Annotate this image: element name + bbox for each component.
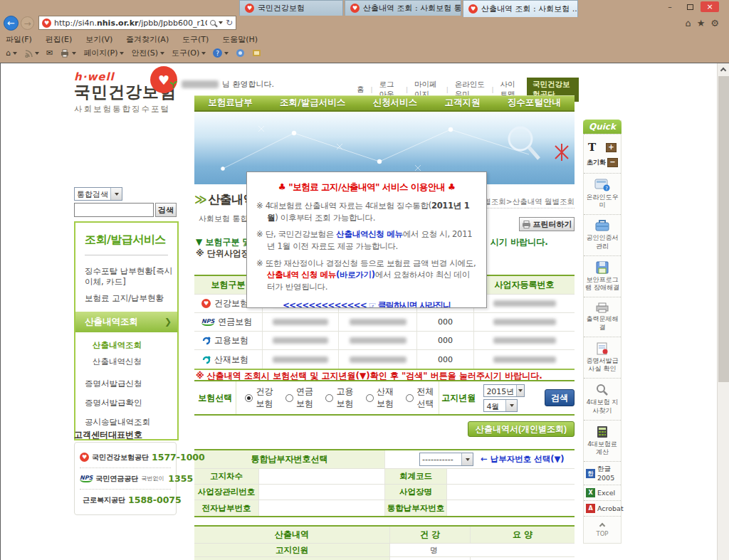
table-row: 전자납부번호 통합납부자번호	[194, 500, 575, 516]
menu-favorites[interactable]: 즐겨찾기(A)	[126, 35, 169, 44]
radio-accident[interactable]: 산재보험	[366, 386, 398, 410]
radio-icon	[406, 394, 414, 402]
sidebar-item-cert-confirm[interactable]: 증명서발급확인	[75, 395, 177, 411]
logo-subtitle: 사회보험통합징수포털	[74, 104, 195, 115]
scrollbar-thumb[interactable]	[718, 76, 729, 382]
quick-top-button[interactable]: TOP	[584, 516, 621, 542]
url-text[interactable]: http://si4n.nhis.or.kr/jpbb/Jpbb600_r1Cm…	[54, 19, 207, 28]
rss-icon[interactable]	[24, 49, 39, 58]
home-icon[interactable]: ⌂	[685, 18, 691, 28]
maximize-button[interactable]	[681, 1, 699, 12]
sidebar-item-calculation-active[interactable]: 산출내역조회 ❯	[75, 312, 177, 332]
quick-premium-calculator[interactable]: 4대보험료 계산	[584, 420, 621, 462]
table-row: 고지인원 명	[194, 544, 575, 557]
quick-branch-finder[interactable]: 4대보험 지사찾기	[584, 378, 621, 420]
tools-command[interactable]: 도구(O)	[172, 48, 206, 58]
year-select[interactable]: 2015년	[483, 384, 525, 397]
quick-certificate-mgmt[interactable]: 공인인증서관리	[584, 214, 621, 255]
settings-gear-icon[interactable]: ⚙	[710, 18, 719, 28]
month-select[interactable]: 4월	[483, 399, 518, 412]
quick-excel-viewer[interactable]: X Excel	[584, 485, 621, 500]
menu-edit[interactable]: 편집(E)	[46, 35, 73, 44]
activex-icon[interactable]	[252, 48, 261, 58]
help-icon[interactable]: ?	[213, 48, 229, 58]
radio-all[interactable]: 전체선택	[406, 386, 438, 410]
calculation-request-menu-link[interactable]: 산출내역신청 메뉴	[336, 229, 402, 239]
safety-command[interactable]: 안전(S)	[131, 48, 164, 58]
sidebar-item-cert-request[interactable]: 증명서발급신청	[75, 376, 177, 392]
nav-portal-guide[interactable]: 징수포털안내	[508, 97, 561, 109]
sidebar-item-notice-payment[interactable]: 보험료 고지/납부현황	[75, 290, 177, 307]
nav-support[interactable]: 고객지원	[444, 97, 480, 109]
font-decrease-button[interactable]: −	[607, 158, 618, 167]
vertical-scrollbar[interactable]	[717, 63, 729, 560]
sidebar-item-public-notice[interactable]: 공시송달내역조회	[75, 414, 177, 430]
quick-print-troubleshoot[interactable]: 출력문제해결	[584, 297, 621, 337]
org-name: 국민건강보험공단	[92, 453, 149, 463]
font-increase-button[interactable]: +	[606, 143, 617, 152]
favorites-star-icon[interactable]: ★	[697, 18, 706, 28]
print-icon[interactable]	[60, 49, 76, 58]
nav-apply[interactable]: 신청서비스	[373, 97, 418, 109]
shortcut-link[interactable]: (바로가기)	[336, 270, 375, 280]
url-dropdown-icon[interactable]	[219, 21, 223, 24]
redacted-value	[493, 319, 556, 325]
font-reset-label: 초기화	[587, 159, 606, 167]
label-workplace-name: 사업장명	[385, 485, 447, 500]
sidebar-search-input[interactable]	[74, 203, 154, 217]
quick-online-helper[interactable]: ? 온라인도우미	[584, 173, 621, 215]
quick-acrobat-viewer[interactable]: A Acrobat	[584, 500, 621, 516]
close-button[interactable]: ×	[701, 1, 719, 12]
minimize-button[interactable]: –	[661, 1, 679, 12]
tab-title: 산출내역 조회 : 사회보험 ...	[481, 4, 578, 14]
menu-help[interactable]: 도움말(H)	[222, 35, 258, 44]
phone-number: 1588-0075	[128, 495, 182, 505]
sidebar-sub-calculation-request[interactable]: 산출내역신청	[75, 354, 177, 370]
sidebar-search-button[interactable]: 검색	[155, 203, 177, 217]
nav-inquiry-issue[interactable]: 조회/발급서비스	[280, 97, 345, 109]
browser-choice-icon[interactable]	[236, 48, 245, 58]
radio-health[interactable]: 건강보험	[245, 386, 277, 410]
menu-view[interactable]: 보기(V)	[85, 35, 112, 44]
radio-checked-icon	[245, 394, 253, 402]
radio-pension[interactable]: 연금보험	[285, 386, 318, 410]
value-notified-persons: 명	[390, 544, 575, 556]
menu-tools[interactable]: 도구(T)	[182, 35, 209, 44]
util-home-link[interactable]: 홈	[357, 85, 364, 95]
chevron-up-icon	[720, 68, 726, 73]
personal-detail-button[interactable]: 산출내역서(개인별조회)	[468, 421, 575, 437]
tab-favicon: ♥	[468, 4, 478, 14]
nav-payment[interactable]: 보험료납부	[208, 97, 253, 109]
radio-employment[interactable]: 고용보험	[325, 386, 357, 410]
sidebar-item-payment-status[interactable]: 징수포탈 납부현황[즉시이체, 카드]	[75, 263, 177, 290]
refresh-icon[interactable]: ↻	[226, 18, 233, 28]
back-button[interactable]: ←	[4, 16, 19, 31]
quick-cert-issue-check[interactable]: 증명서발급사실 확인	[584, 337, 621, 379]
search-submit-button[interactable]: 검색	[545, 389, 575, 406]
quick-hangul-viewer[interactable]: 한 한글2005	[584, 461, 621, 485]
mail-icon[interactable]: ✉	[46, 48, 53, 58]
font-size-label: T	[588, 141, 596, 154]
address-bar[interactable]: ♥ http://si4n.nhis.or.kr/jpbb/Jpbb600_r1…	[38, 16, 236, 30]
sidebar-sub-calculation-view[interactable]: 산출내역조회	[75, 337, 177, 354]
printer-glyph	[60, 49, 70, 58]
tab-1[interactable]: ♥ 국민건강보험	[239, 0, 343, 16]
payer-number-select[interactable]: -----------	[419, 453, 473, 466]
tab-3-active[interactable]: ♥ 산출내역 조회 : 사회보험 ... ×	[463, 0, 578, 17]
print-page-button[interactable]: 프린터하기	[519, 217, 575, 231]
tab-2[interactable]: ♥ 산출내역 조회 : 사회보험 통합...	[345, 0, 461, 16]
chevron-right-icon: ❯	[164, 317, 172, 327]
scroll-up-button[interactable]	[718, 63, 729, 75]
page-command[interactable]: 페이지(P)	[83, 48, 124, 58]
tab-favicon: ♥	[245, 4, 254, 13]
search-icon[interactable]	[210, 20, 216, 26]
phone-number: 1355	[168, 473, 193, 484]
forward-button[interactable]: →	[21, 16, 34, 30]
quick-security-troubleshoot[interactable]: 보안프로그램 장애해결	[584, 255, 621, 297]
popup-dismiss-line[interactable]: <<<<<<<<<<<<< ☞ 클릭하시면 사라집니다.>>>>>>>>>>>>…	[256, 300, 477, 308]
menu-file[interactable]: 파일(F)	[6, 35, 32, 44]
search-category-select[interactable]: 통합검색	[74, 187, 122, 201]
site-logo[interactable]: h·well 국민건강보험 사회보험통합징수포털 ♥	[74, 70, 195, 115]
home-command-icon[interactable]: ⌂	[6, 48, 17, 58]
service-notice-popup[interactable]: ♣ "보험료 고지/산출내역" 서비스 이용안내 ♣ ※ 4대보험료 산출내역 …	[246, 171, 487, 308]
